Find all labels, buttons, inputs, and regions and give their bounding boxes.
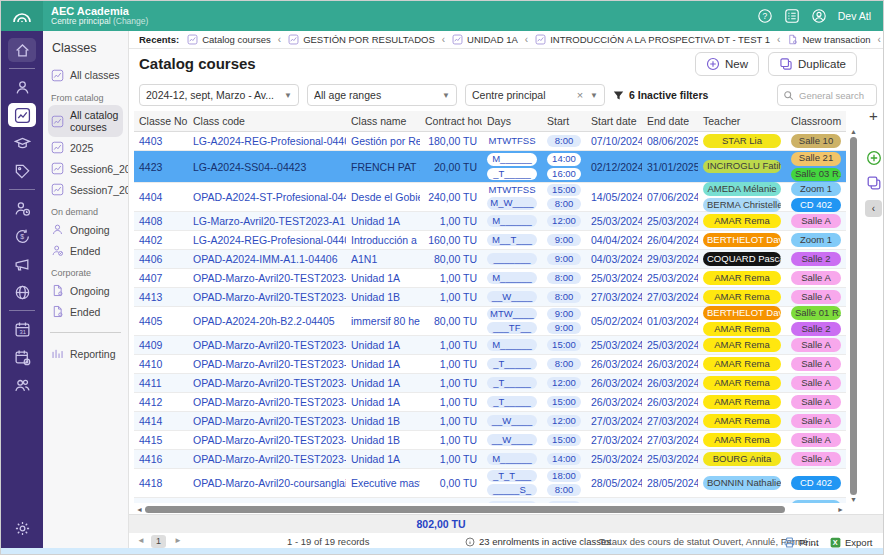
sidebar-item-ended[interactable]: Ended [48, 240, 123, 261]
page-next-icon[interactable]: ► [174, 536, 182, 545]
duplicate-button[interactable]: Duplicate [768, 52, 857, 76]
classes-icon[interactable] [8, 103, 36, 127]
vertical-scroll-thumb[interactable] [850, 137, 857, 495]
table-row[interactable]: 4408LG-Marzo-Avril20-TEST2023-A1.1-04408… [134, 212, 846, 231]
recent-item[interactable]: INTRODUCCIÓN A LA PROSPECTIVA DT - TEST … [535, 34, 770, 45]
scroll-up-icon[interactable]: ▲ [850, 128, 857, 136]
column-header-classroom[interactable]: Classroom [786, 115, 846, 127]
scroll-left-icon[interactable]: ◄ [134, 506, 145, 513]
column-header-class-name[interactable]: Class name [346, 115, 420, 127]
table-row[interactable]: 4420OPAD-Marzo-Avril20-2024-A1.2-04420fr… [134, 498, 846, 503]
scroll-down-icon[interactable]: ▼ [850, 496, 857, 504]
add-column-button[interactable]: + [869, 108, 878, 124]
students-icon[interactable] [8, 75, 36, 99]
search-box [777, 84, 877, 106]
help-icon[interactable]: ? [757, 8, 773, 24]
svg-text:31: 31 [19, 328, 25, 334]
table-row[interactable]: 4416OPAD-Marzo-Avril20-TEST2023-A1.1-044… [134, 450, 846, 469]
collapse-panel-button[interactable]: ‹ [865, 200, 882, 217]
centre-filter-value: Centre principal [472, 89, 574, 101]
column-header-start[interactable]: Start [542, 115, 586, 127]
recent-item[interactable]: UNIDAD 1A [452, 34, 518, 45]
user-avatar-icon[interactable] [811, 8, 827, 24]
settings-gear-icon[interactable] [8, 516, 36, 540]
marketing-icon[interactable] [8, 252, 36, 276]
online-icon[interactable] [8, 280, 36, 304]
table-row[interactable]: 4410OPAD-Marzo-Avril20-TEST2023-A1.1-044… [134, 355, 846, 374]
clear-filter-icon[interactable]: × [577, 89, 583, 101]
contacts-icon[interactable] [8, 373, 36, 397]
recent-item[interactable]: New transaction [787, 34, 870, 45]
planning-icon[interactable] [8, 345, 36, 369]
sidebar-item-ended[interactable]: Ended [48, 301, 123, 322]
cell-end-date: 27/03/2024 [642, 434, 698, 446]
page-prev-icon[interactable]: ◄ [137, 536, 145, 545]
sidebar-item-ongoing[interactable]: Ongoing [48, 219, 123, 240]
classroom-badge: Salle A [791, 357, 841, 371]
sidebar-item-label: Session7_2025 [70, 184, 129, 196]
sidebar-section-label: On demand [51, 207, 121, 217]
app-logo-icon[interactable] [1, 1, 43, 31]
centre-filter-dropdown[interactable]: Centre principal × ▼ [465, 84, 605, 106]
table-row[interactable]: 4404OPAD-A2024-ST-Profesional-04404Desde… [134, 183, 846, 212]
cell-contract-hours: 80,00 TU [420, 315, 482, 327]
column-header-start-date[interactable]: Start date [586, 115, 642, 127]
table-row[interactable]: 4409OPAD-Marzo-Avril20-TEST2023-A1.1-044… [134, 336, 846, 355]
attendance-icon[interactable] [8, 196, 36, 220]
time-pill: 8:00 [547, 291, 581, 303]
table-row[interactable]: 4406OPAD-A2024-IMM-A1.1-04406A1N180,00 T… [134, 250, 846, 269]
calendar-icon[interactable]: 31 [8, 317, 36, 341]
sidebar-item-session7-2025[interactable]: Session7_2025 [48, 179, 123, 200]
tasks-list-icon[interactable] [784, 8, 800, 24]
education-icon[interactable] [8, 131, 36, 155]
sidebar-item-session6-2025[interactable]: Session6_2025 [48, 158, 123, 179]
horizontal-scrollbar[interactable]: ◄ ► [134, 505, 846, 514]
add-row-icon[interactable] [866, 150, 882, 166]
teacher-badge: BERTHELOT David [703, 233, 781, 247]
table-row[interactable]: 4403LG-A2024-REG-Profesional-04403Gestió… [134, 132, 846, 151]
column-header-end-date[interactable]: End date [642, 115, 698, 127]
sidebar-item-label: Ongoing [70, 224, 110, 236]
sidebar-item-all-classes[interactable]: All classes [48, 65, 123, 86]
column-header-class-code[interactable]: Class code [188, 115, 346, 127]
scroll-right-icon[interactable]: ► [835, 506, 846, 513]
sidebar-item-all-catalog-courses[interactable]: All catalog courses [48, 105, 123, 137]
table-row[interactable]: 4415OPAD-Marzo-Avril20-TEST2023-A1.1-044… [134, 431, 846, 450]
recent-item[interactable]: Catalog courses [187, 34, 271, 45]
table-row[interactable]: 4402LG-A2024-REG-Profesional-04402Introd… [134, 231, 846, 250]
age-range-filter-dropdown[interactable]: All age ranges ▼ [307, 84, 457, 106]
home-icon[interactable] [8, 38, 36, 62]
table-row[interactable]: 4418OPAD-Marzo-Avril20-coursanglais-indi… [134, 469, 846, 498]
table-row[interactable]: 4413OPAD-Marzo-Avril20-TEST2023-A1.1-044… [134, 288, 846, 307]
username[interactable]: Dev Atl [838, 10, 871, 22]
tickets-icon[interactable] [8, 159, 36, 183]
change-centre-link[interactable]: (Change) [113, 16, 148, 26]
inactive-filters-button[interactable]: 6 Inactive filters [613, 89, 708, 101]
report-icon [51, 347, 65, 360]
table-row[interactable]: 4405OPAD-A2024-20h-B2.2-04405immersif 80… [134, 307, 846, 336]
table-row[interactable]: 4412OPAD-Marzo-Avril20-TEST2023-A1.1-044… [134, 393, 846, 412]
page-number[interactable]: 1 [151, 535, 166, 548]
sidebar-item-2025[interactable]: 2025 [48, 137, 123, 158]
table-row[interactable]: 4414OPAD-Marzo-Avril20-TEST2023-A1.1-044… [134, 412, 846, 431]
table-row[interactable]: 4407OPAD-Marzo-Avril20-TEST2023-A1.1-044… [134, 269, 846, 288]
search-input[interactable] [797, 89, 871, 102]
payments-icon[interactable]: $ [8, 224, 36, 248]
session-filter-dropdown[interactable]: 2024-12, sept, Marzo - Av... ▼ [139, 84, 299, 106]
column-header-classe-no-[interactable]: Classe No. [134, 115, 188, 127]
vertical-scrollbar[interactable]: ▲ ▼ [848, 128, 859, 504]
column-header-days[interactable]: Days [482, 115, 542, 127]
table-row[interactable]: 4411OPAD-Marzo-Avril20-TEST2023-A1.1-044… [134, 374, 846, 393]
column-header-contract-hours[interactable]: Contract hours [420, 115, 482, 127]
svg-text:$: $ [20, 233, 24, 240]
sidebar-item-reporting[interactable]: Reporting [48, 343, 123, 364]
table-row[interactable]: 4423LG-A2024-SS04--04423FRENCH PAT 120,0… [134, 151, 846, 183]
sidebar-item-ongoing[interactable]: Ongoing [48, 280, 123, 301]
new-button[interactable]: New [695, 52, 759, 76]
recent-item[interactable]: GESTIÓN POR RESULTADOS [288, 34, 435, 45]
horizontal-scroll-thumb[interactable] [145, 506, 785, 513]
app-titles: AEC Academia Centre principal (Change) [51, 5, 148, 27]
duplicate-row-icon[interactable] [866, 175, 882, 191]
cell-teacher: AMAR Rema [698, 395, 786, 409]
column-header-teacher[interactable]: Teacher [698, 115, 786, 127]
